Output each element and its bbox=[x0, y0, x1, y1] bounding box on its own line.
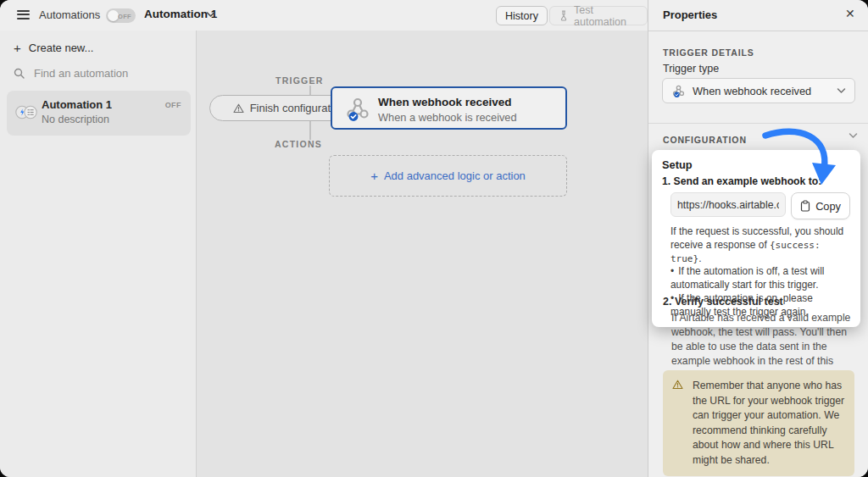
setup-note: If the request is successful, you should… bbox=[670, 225, 850, 265]
create-new-button[interactable]: + Create new... bbox=[14, 42, 93, 54]
search-icon bbox=[14, 68, 25, 79]
sidebar-item-status-badge: OFF bbox=[165, 101, 181, 109]
trigger-type-value: When webhook received bbox=[693, 85, 830, 97]
setup-step1-heading: 1. Send an example webhook to: bbox=[662, 175, 850, 187]
toggle-knob bbox=[108, 10, 119, 21]
history-button[interactable]: History bbox=[496, 6, 548, 25]
chevron-down-icon[interactable] bbox=[206, 11, 215, 18]
actions-section-label: ACTIONS bbox=[275, 139, 322, 149]
automation-on-off-toggle[interactable]: OFF bbox=[106, 8, 136, 23]
sidebar-search bbox=[14, 66, 180, 80]
trigger-details-heading: TRIGGER DETAILS bbox=[663, 47, 754, 58]
breadcrumb[interactable]: Automations bbox=[39, 8, 100, 21]
plus-icon: + bbox=[370, 169, 378, 183]
panel-section-divider bbox=[648, 123, 868, 124]
plus-icon: + bbox=[14, 42, 21, 54]
find-automation-input[interactable] bbox=[32, 66, 180, 80]
warning-text: Remember that anyone who has the URL for… bbox=[693, 379, 846, 468]
setup-heading: Setup bbox=[662, 158, 850, 171]
add-action-label: Add advanced logic or action bbox=[384, 169, 526, 182]
top-bar: Automations › OFF Automation 1 History T… bbox=[0, 0, 648, 31]
webhook-warning-callout: Remember that anyone who has the URL for… bbox=[663, 370, 854, 476]
webhook-url-row: Copy bbox=[670, 192, 850, 219]
trigger-card-subtitle: When a webhook is received bbox=[378, 111, 517, 124]
panel-header-divider bbox=[648, 31, 868, 31]
flask-icon bbox=[559, 10, 569, 21]
sidebar-item-description: No description bbox=[42, 114, 109, 125]
hamburger-menu-icon[interactable] bbox=[17, 10, 30, 19]
clipboard-icon bbox=[800, 200, 810, 212]
automations-sidebar: + Create new... bbox=[0, 31, 197, 477]
toggle-state-label: OFF bbox=[118, 13, 131, 20]
add-action-button[interactable]: + Add advanced logic or action bbox=[329, 155, 567, 197]
webhook-icon-small bbox=[671, 84, 686, 98]
trigger-card-title: When webhook received bbox=[378, 96, 512, 108]
configuration-collapse-icon[interactable] bbox=[849, 132, 858, 139]
properties-panel-title: Properties bbox=[663, 8, 717, 21]
trigger-type-label: Trigger type bbox=[663, 63, 719, 75]
trigger-card-webhook[interactable]: When webhook received When a webhook is … bbox=[331, 86, 567, 130]
setup-step2-heading: 2. Verify successful test bbox=[663, 296, 783, 308]
warning-triangle-icon bbox=[233, 103, 244, 114]
test-automation-button[interactable]: Test automation bbox=[549, 6, 648, 25]
automation-flow-canvas: TRIGGER Finish configuration bbox=[197, 31, 648, 477]
webhook-url-input[interactable] bbox=[670, 192, 786, 217]
create-new-label: Create new... bbox=[29, 42, 94, 54]
close-icon[interactable]: ✕ bbox=[845, 7, 855, 20]
setup-bullet-1: •If the automation is off, a test will a… bbox=[670, 265, 850, 292]
test-automation-label: Test automation bbox=[574, 4, 638, 28]
copy-button-label: Copy bbox=[815, 200, 841, 213]
breadcrumb-chevron-icon: › bbox=[95, 8, 98, 19]
automation-item-icon bbox=[14, 103, 38, 121]
sidebar-item-title: Automation 1 bbox=[42, 98, 112, 111]
trigger-section-label: TRIGGER bbox=[275, 75, 324, 86]
trigger-type-dropdown[interactable]: When webhook received bbox=[662, 78, 855, 103]
sidebar-item-automation-1[interactable]: Automation 1 OFF No description bbox=[7, 91, 191, 136]
history-button-label: History bbox=[505, 10, 538, 22]
airtable-automations-window: Automations › OFF Automation 1 History T… bbox=[0, 0, 868, 477]
webhook-icon bbox=[343, 95, 372, 124]
configuration-heading: CONFIGURATION bbox=[663, 135, 747, 145]
properties-panel: Properties ✕ TRIGGER DETAILS Trigger typ… bbox=[648, 0, 868, 477]
copy-url-button[interactable]: Copy bbox=[791, 192, 850, 219]
warning-triangle-icon bbox=[672, 380, 683, 390]
bullet-icon: • bbox=[670, 265, 674, 277]
chevron-down-icon bbox=[837, 87, 846, 94]
